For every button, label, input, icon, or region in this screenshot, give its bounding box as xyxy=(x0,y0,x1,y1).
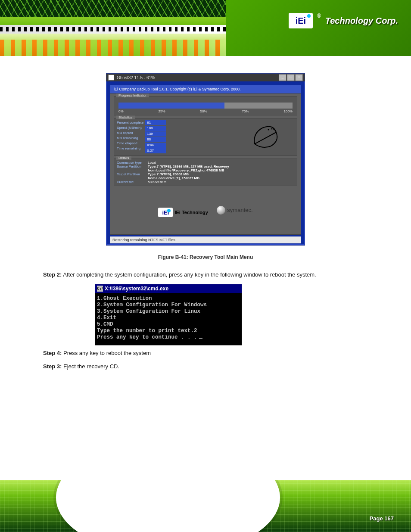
iei-tech-text: IEi Technology xyxy=(174,210,208,215)
cmd-line-4: 4.Exit xyxy=(97,315,240,321)
maximize-button[interactable]: □ xyxy=(287,74,295,81)
brand-logo-icon: iEi xyxy=(289,13,313,28)
close-button[interactable]: × xyxy=(295,74,303,81)
tick-0: 0% xyxy=(118,109,124,113)
detail-val-conn: Local xyxy=(148,161,156,165)
ghost-footer-symantec: symantec. xyxy=(217,206,252,215)
stat-val-percent: 61 xyxy=(145,120,166,125)
cmd-line-7-text: Press any key to continue . . . xyxy=(97,334,197,340)
step-3-label: Step 3: xyxy=(43,363,62,370)
svg-point-1 xyxy=(271,128,273,130)
stat-label-time-remaining: Time remaining xyxy=(117,146,143,151)
progress-track xyxy=(118,103,293,109)
stat-val-copied: 139 xyxy=(145,131,166,137)
symantec-text: symantec. xyxy=(227,207,252,213)
cmd-titlebar: C:\ X:\I386\system32\cmd.exe xyxy=(95,284,242,293)
step-2-desc: After completing the system configuratio… xyxy=(63,271,316,278)
stat-val-speed: 180 xyxy=(145,126,166,131)
ghost32-window: Ghost32 11.5 - 61% _ □ × iEi Company Bac… xyxy=(106,73,305,246)
tick-25: 25% xyxy=(159,109,165,113)
brand-logo-dot xyxy=(307,14,311,18)
tick-75: 75% xyxy=(242,109,249,113)
footer-swoop xyxy=(56,480,280,532)
cmd-line-3: 3.System Configuration For Linux xyxy=(97,308,240,315)
cmd-title: X:\I386\system32\cmd.exe xyxy=(105,286,168,292)
header-circuit-art xyxy=(0,0,241,17)
detail-label-tgt: Target Partition xyxy=(117,172,148,176)
brand-name: Technology Corp. xyxy=(325,16,398,26)
svg-point-0 xyxy=(268,129,269,131)
stat-label-percent: Percent complete xyxy=(117,120,143,125)
stat-label-remaining: MB remaining xyxy=(117,136,143,141)
stat-val-elapsed: 0:44 xyxy=(145,143,166,148)
ghost-footer-iei: iEi IEi Technology xyxy=(158,208,208,217)
page-footer: Page 167 xyxy=(0,480,411,532)
ghost-mascot-icon xyxy=(249,120,284,150)
page-content: Ghost32 11.5 - 61% _ □ × iEi Company Bac… xyxy=(26,65,385,375)
detail-val-src1: Type:7 [NTFS], 28936 MB, 227 MB used, Re… xyxy=(148,165,229,168)
ghost-stats-section: Statistics Percent complete Speed (MB/mi… xyxy=(114,118,297,156)
ghost-frame: iEi Company Backup Tool 1.0.1. Copyright… xyxy=(110,85,301,235)
step-4-label: Step 4: xyxy=(43,350,62,356)
ghost-stats-table: Percent complete Speed (MB/min) MB copie… xyxy=(117,120,166,154)
brand-registered: ® xyxy=(317,13,321,19)
stat-label-copied: MB copied xyxy=(117,131,143,136)
detail-val-tgt1: Type:7 [NTFS], 20002 MB xyxy=(148,172,189,176)
step-2-label: Step 2: xyxy=(43,271,62,278)
cmd-app-icon: C:\ xyxy=(97,286,103,292)
page-number: Page 167 xyxy=(370,515,394,522)
brand-logo-text: iEi xyxy=(296,16,306,26)
cmd-line-7: Press any key to continue . . . xyxy=(97,334,240,341)
progress-ticks: 0% 25% 50% 75% 100% xyxy=(118,109,293,113)
ghost-stats-tab: Statistics xyxy=(116,115,135,119)
step-2-text: Step 2: After completing the system conf… xyxy=(43,271,368,280)
step-4-desc: Press any key to reboot the system xyxy=(63,350,151,356)
figure-41-caption: Figure B-41: Recovery Tool Main Menu xyxy=(26,254,385,260)
stat-label-speed: Speed (MB/min) xyxy=(117,125,143,131)
ghost-header-text: iEi Company Backup Tool 1.0.1. Copyright… xyxy=(110,85,301,93)
cmd-line-2: 2.System Configuration For Windows xyxy=(97,302,240,308)
detail-label-conn: Connection type xyxy=(117,161,148,165)
cmd-line-6: Type the number to print text.2 xyxy=(97,328,240,334)
page-header: iEi ® Technology Corp. xyxy=(0,0,411,56)
detail-label-src: Source Partition xyxy=(117,165,148,168)
cmd-line-1: 1.Ghost Execution xyxy=(97,296,240,302)
ghost-status-bar: Restoring remaining NTFS MFT files xyxy=(110,236,301,243)
detail-val-tgt2: from Local drive [1], 152627 MB xyxy=(148,176,199,180)
tick-100: 100% xyxy=(283,109,292,113)
cmd-cursor xyxy=(199,338,202,339)
detail-val-src2: from Local file \Recovery_PE2.gho, 47693… xyxy=(148,168,224,172)
ghost-progress-section: Progress Indicator 0% 25% 50% 75% 100% xyxy=(114,96,297,115)
step-3-text-line: Step 3: Eject the recovery CD. xyxy=(43,362,368,371)
progress-fill xyxy=(118,103,224,109)
stat-label-elapsed: Time elapsed xyxy=(117,141,143,146)
stat-val-time-remaining: 0:27 xyxy=(145,148,166,153)
step-3-desc: Eject the recovery CD. xyxy=(63,363,119,370)
ghost-titlebar: Ghost32 11.5 - 61% _ □ × xyxy=(106,74,305,81)
ghost-footer-brands: iEi IEi Technology symantec. xyxy=(110,206,301,218)
ghost-details-section: Details Connection typeLocal Source Part… xyxy=(114,159,297,186)
step-4-text-line: Step 4: Press any key to reboot the syst… xyxy=(43,349,368,358)
ghost-window-title: Ghost32 11.5 - 61% xyxy=(117,75,155,80)
cmd-output: 1.Ghost Execution 2.System Configuration… xyxy=(95,293,242,345)
cmd-window: C:\ X:\I386\system32\cmd.exe 1.Ghost Exe… xyxy=(95,284,242,345)
brand-logo-block: iEi ® Technology Corp. xyxy=(289,13,398,28)
ghost-progress-tab: Progress Indicator xyxy=(116,93,149,97)
symantec-icon xyxy=(217,206,225,215)
detail-label-cur: Current file xyxy=(117,180,148,184)
ghost-titlebar-buttons: _ □ × xyxy=(278,74,303,81)
ghost-details-tab: Details xyxy=(116,156,131,160)
tick-50: 50% xyxy=(200,109,207,113)
detail-val-cur: 58 boot.wim xyxy=(148,180,166,184)
ghost-app-icon xyxy=(108,75,114,81)
cmd-line-5: 5.CMD xyxy=(97,321,240,328)
stat-val-remaining: 88 xyxy=(145,137,166,142)
iei-logo-icon: iEi xyxy=(158,208,173,217)
minimize-button[interactable]: _ xyxy=(279,74,286,81)
